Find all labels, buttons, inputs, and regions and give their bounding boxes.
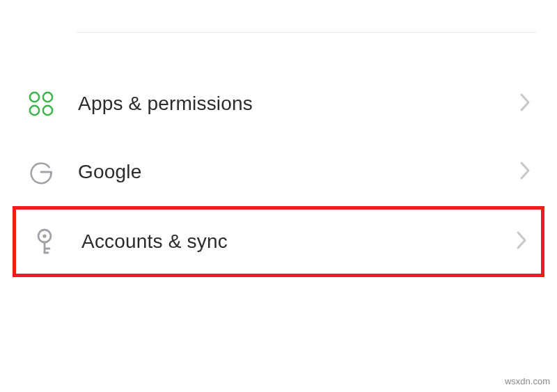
settings-item-google[interactable]: Google	[13, 138, 544, 206]
svg-rect-1	[43, 93, 52, 102]
grid-apps-icon	[25, 91, 57, 117]
svg-rect-2	[30, 106, 39, 115]
svg-rect-0	[30, 93, 39, 102]
settings-list: Apps & permissions Google	[0, 0, 557, 392]
settings-item-label: Accounts & sync	[61, 230, 516, 253]
google-icon	[25, 159, 57, 185]
settings-item-label: Google	[57, 161, 519, 183]
settings-item-label: Apps & permissions	[57, 93, 519, 115]
settings-item-apps-permissions[interactable]: Apps & permissions	[13, 70, 544, 138]
chevron-right-icon	[516, 230, 527, 253]
watermark-text: wsxdn.com	[505, 376, 550, 386]
settings-row-wrap-highlighted: Accounts & sync	[13, 206, 544, 277]
settings-row-wrap: Google	[13, 138, 544, 206]
key-icon	[29, 228, 61, 256]
settings-row-wrap: Apps & permissions	[13, 70, 544, 138]
chevron-right-icon	[519, 93, 531, 115]
settings-item-accounts-sync[interactable]: Accounts & sync	[16, 210, 541, 274]
svg-point-5	[42, 234, 46, 237]
divider	[77, 32, 536, 33]
svg-rect-3	[43, 106, 52, 115]
chevron-right-icon	[519, 161, 531, 183]
